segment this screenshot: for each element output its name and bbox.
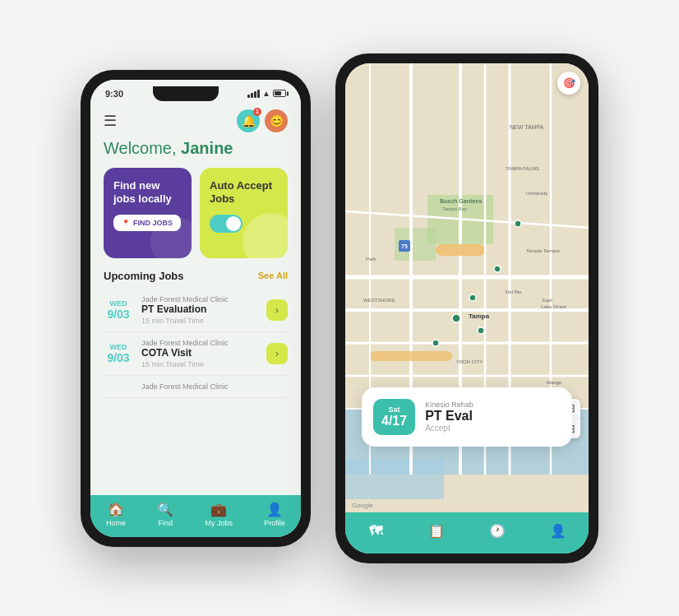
job-2-clinic: Jade Forest Medical Clinic bbox=[141, 339, 258, 347]
svg-point-36 bbox=[469, 294, 476, 301]
clock-icon: 🕐 bbox=[489, 523, 506, 539]
avatar-user[interactable]: 😊 bbox=[265, 109, 288, 132]
job-item-3[interactable]: Jade Forest Medical Clinic bbox=[104, 376, 288, 398]
svg-text:Busch Gardens: Busch Gardens bbox=[440, 198, 483, 204]
bottom-nav: 🏠 Home 🔍 Find 💼 My Jobs 👤 Profile bbox=[90, 495, 301, 537]
svg-text:Google: Google bbox=[352, 502, 373, 509]
job-2-arrow[interactable]: › bbox=[266, 343, 288, 364]
svg-text:WESTSHORE: WESTSHORE bbox=[363, 298, 395, 303]
job-item-1[interactable]: WED 9/03 Jade Forest Medical Clinic PT E… bbox=[104, 289, 288, 332]
avatar-notification: 🔔 1 bbox=[237, 109, 260, 132]
map-nav-map[interactable]: 🗺 bbox=[359, 519, 392, 544]
svg-text:East: East bbox=[543, 298, 552, 303]
signal-icon bbox=[247, 90, 260, 98]
svg-point-35 bbox=[452, 314, 460, 322]
job-3-info: Jade Forest Medical Clinic bbox=[141, 382, 288, 391]
nav-find-label: Find bbox=[159, 519, 173, 527]
nav-find[interactable]: 🔍 Find bbox=[157, 502, 173, 527]
popup-accept-button[interactable]: Accept bbox=[425, 424, 561, 433]
svg-text:Tampa Bay: Tampa Bay bbox=[442, 206, 467, 211]
auto-accept-toggle[interactable] bbox=[210, 215, 242, 233]
map-nav-list[interactable]: 📋 bbox=[420, 519, 453, 544]
nav-home[interactable]: 🏠 Home bbox=[106, 502, 126, 527]
svg-text:Mango: Mango bbox=[547, 380, 562, 385]
map-nav-profile[interactable]: 👤 bbox=[542, 519, 575, 544]
job-2-num: 9/03 bbox=[104, 351, 133, 364]
job-1-date: WED 9/03 bbox=[104, 299, 133, 321]
popup-title: PT Eval bbox=[425, 409, 561, 424]
welcome-prefix: Welcome, bbox=[104, 139, 181, 157]
svg-text:TAMPA PALMS: TAMPA PALMS bbox=[506, 166, 539, 171]
toggle-thumb bbox=[226, 216, 241, 231]
job-item-2[interactable]: WED 9/03 Jade Forest Medical Clinic COTA… bbox=[104, 332, 288, 376]
job-1-title: PT Evaluation bbox=[141, 303, 258, 315]
phone-1: 9:30 ▲ ☰ bbox=[81, 70, 311, 547]
map-area: Busch Gardens Tampa Bay NEW TAMPA TAMPA … bbox=[345, 63, 589, 512]
location-button[interactable]: 🎯 bbox=[557, 72, 580, 95]
job-2-info: Jade Forest Medical Clinic COTA Visit 15… bbox=[141, 339, 258, 368]
cards-row: Find new jobs locally FIND JOBS Auto Acc… bbox=[104, 168, 288, 258]
nav-profile-label: Profile bbox=[264, 519, 285, 527]
notch bbox=[153, 86, 219, 101]
svg-rect-12 bbox=[436, 244, 485, 256]
job-3-clinic: Jade Forest Medical Clinic bbox=[141, 382, 288, 391]
svg-point-37 bbox=[432, 340, 439, 346]
svg-rect-2 bbox=[345, 458, 444, 499]
upcoming-jobs-header: Upcoming Jobs See All bbox=[104, 270, 288, 282]
nav-myjobs[interactable]: 💼 My Jobs bbox=[206, 502, 233, 527]
battery-icon bbox=[273, 90, 286, 97]
popup-date-badge: Sat 4/17 bbox=[373, 399, 415, 435]
auto-accept-card-title: Auto Accept Jobs bbox=[210, 179, 278, 207]
job-list: WED 9/03 Jade Forest Medical Clinic PT E… bbox=[104, 289, 288, 398]
job-popup[interactable]: Sat 4/17 Kinesio Rehab PT Eval Accept bbox=[362, 387, 572, 447]
svg-text:NEW TAMPA: NEW TAMPA bbox=[510, 124, 544, 130]
svg-rect-13 bbox=[370, 351, 452, 361]
svg-text:Lake Orient: Lake Orient bbox=[541, 304, 566, 309]
list-icon: 📋 bbox=[428, 523, 445, 539]
job-1-num: 9/03 bbox=[104, 308, 133, 321]
welcome-heading: Welcome, Janine bbox=[104, 139, 288, 158]
upcoming-jobs-title: Upcoming Jobs bbox=[104, 270, 184, 282]
svg-text:University: University bbox=[526, 191, 547, 196]
popup-date: 4/17 bbox=[381, 414, 407, 428]
status-icons: ▲ bbox=[247, 89, 286, 98]
find-icon: 🔍 bbox=[157, 502, 173, 517]
home-icon: 🏠 bbox=[108, 502, 124, 517]
svg-text:YBOR CITY: YBOR CITY bbox=[456, 359, 483, 364]
auto-accept-card: Auto Accept Jobs bbox=[200, 168, 288, 258]
card-auto-bg-decor bbox=[242, 213, 288, 258]
popup-info: Kinesio Rehab PT Eval Accept bbox=[425, 401, 561, 433]
wifi-icon: ▲ bbox=[262, 89, 270, 98]
job-2-date: WED 9/03 bbox=[104, 343, 133, 364]
job-1-arrow[interactable]: › bbox=[266, 299, 288, 321]
see-all-button[interactable]: See All bbox=[258, 271, 288, 280]
status-time: 9:30 bbox=[105, 89, 123, 99]
nav-home-label: Home bbox=[106, 519, 126, 527]
svg-text:Temple Terrace: Temple Terrace bbox=[526, 248, 561, 253]
nav-profile[interactable]: 👤 Profile bbox=[264, 502, 285, 527]
job-2-travel: 15 min Travel Time bbox=[141, 360, 258, 368]
job-2-title: COTA Visit bbox=[141, 347, 258, 359]
find-jobs-card: Find new jobs locally FIND JOBS bbox=[104, 168, 192, 258]
scene: 9:30 ▲ ☰ bbox=[64, 37, 615, 580]
svg-text:Del Rio: Del Rio bbox=[506, 289, 522, 294]
svg-point-38 bbox=[494, 266, 501, 272]
map-icon: 🗺 bbox=[369, 524, 382, 539]
svg-text:75: 75 bbox=[401, 243, 408, 249]
svg-text:Park: Park bbox=[366, 257, 376, 262]
job-1-clinic: Jade Forest Medical Clinic bbox=[141, 295, 258, 303]
welcome-name: Janine bbox=[181, 139, 233, 157]
menu-icon[interactable]: ☰ bbox=[104, 112, 117, 130]
phone-1-screen: 9:30 ▲ ☰ bbox=[90, 80, 301, 537]
svg-text:Tampa: Tampa bbox=[469, 313, 490, 320]
profile-icon: 👤 bbox=[266, 502, 283, 517]
map-nav-history[interactable]: 🕐 bbox=[481, 519, 514, 544]
header-avatars: 🔔 1 😊 bbox=[237, 109, 288, 132]
find-jobs-card-title: Find new jobs locally bbox=[113, 179, 182, 207]
popup-day: Sat bbox=[381, 405, 407, 414]
map-bottom-nav: 🗺 📋 🕐 👤 bbox=[345, 512, 589, 553]
job-2-day: WED bbox=[104, 343, 133, 351]
app-content: Welcome, Janine Find new jobs locally FI… bbox=[90, 139, 301, 495]
popup-company: Kinesio Rehab bbox=[425, 401, 561, 409]
job-1-day: WED bbox=[104, 299, 133, 308]
